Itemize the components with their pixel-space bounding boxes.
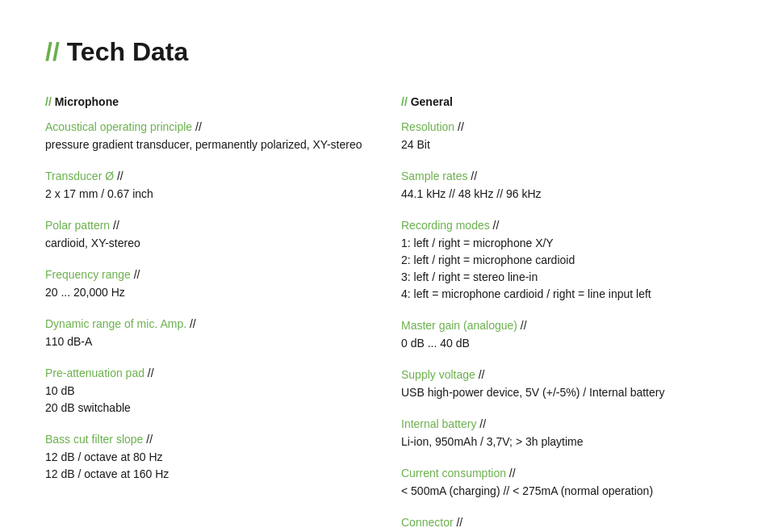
field-separator: // xyxy=(143,433,153,446)
field-separator: // xyxy=(131,268,140,281)
left-fields: Acoustical operating principle //pressur… xyxy=(45,119,369,483)
right-section-heading: // General xyxy=(401,94,725,111)
left-field-2: Polar pattern //cardioid, XY-stereo xyxy=(45,217,369,252)
left-field-5: Pre-attenuation pad //10 dB20 dB switcha… xyxy=(45,365,369,417)
field-value: 44.1 kHz // 48 kHz // 96 kHz xyxy=(401,186,725,203)
field-separator: // xyxy=(186,317,196,330)
field-separator: // xyxy=(114,170,123,182)
field-label: Frequency range xyxy=(45,268,131,281)
right-field-2: Recording modes //1: left / right = micr… xyxy=(401,217,725,303)
right-heading-slashes: // xyxy=(401,95,408,108)
field-value: 0 dB ... 40 dB xyxy=(401,335,725,352)
field-value: USB high-power device, 5V (+/-5%) / Inte… xyxy=(401,384,725,401)
left-column: // Microphone Acoustical operating princ… xyxy=(45,94,369,532)
field-label: Pre-attenuation pad xyxy=(45,367,144,379)
field-value: < 500mA (charging) // < 275mA (normal op… xyxy=(401,483,725,500)
page-title: // Tech Data xyxy=(45,32,725,71)
field-label: Supply voltage xyxy=(401,368,475,381)
field-value: 20 ... 20,000 Hz xyxy=(45,284,369,301)
field-separator: // xyxy=(476,417,486,430)
field-value: 110 dB-A xyxy=(45,333,369,350)
field-value: 24 Bit xyxy=(401,136,725,153)
field-separator: // xyxy=(110,219,119,232)
content-columns: // Microphone Acoustical operating princ… xyxy=(45,94,725,532)
field-value: 12 dB / octave at 80 Hz12 dB / octave at… xyxy=(45,449,369,483)
right-field-6: Current consumption //< 500mA (charging)… xyxy=(401,465,725,500)
right-fields: Resolution //24 BitSample rates //44.1 k… xyxy=(401,119,725,532)
field-label: Recording modes xyxy=(401,219,490,232)
field-label: Dynamic range of mic. Amp. xyxy=(45,317,186,330)
right-column: // General Resolution //24 BitSample rat… xyxy=(401,94,725,532)
field-separator: // xyxy=(454,516,463,529)
title-slashes: // xyxy=(45,37,60,66)
field-separator: // xyxy=(475,368,485,381)
field-label: Sample rates xyxy=(401,170,467,182)
left-field-1: Transducer Ø //2 x 17 mm / 0.67 inch xyxy=(45,168,369,203)
field-label: Resolution xyxy=(401,120,454,133)
right-field-0: Resolution //24 Bit xyxy=(401,119,725,153)
field-value: 2 x 17 mm / 0.67 inch xyxy=(45,186,369,203)
field-separator: // xyxy=(506,467,516,480)
field-label: Acoustical operating principle xyxy=(45,120,192,133)
field-value: 10 dB20 dB switchable xyxy=(45,383,369,417)
field-label: Connector xyxy=(401,516,454,529)
right-field-7: Connector //18-pin lockable hi-speed con… xyxy=(401,514,725,532)
left-field-6: Bass cut filter slope //12 dB / octave a… xyxy=(45,431,369,483)
left-section-heading: // Microphone xyxy=(45,94,369,111)
field-value: cardioid, XY-stereo xyxy=(45,235,369,252)
field-label: Bass cut filter slope xyxy=(45,433,143,446)
field-separator: // xyxy=(144,367,154,379)
field-label: Polar pattern xyxy=(45,219,110,232)
left-field-0: Acoustical operating principle //pressur… xyxy=(45,119,369,153)
field-separator: // xyxy=(467,170,477,182)
field-value: Li-ion, 950mAh / 3,7V; > 3h playtime xyxy=(401,434,725,450)
field-label: Transducer Ø xyxy=(45,170,114,182)
field-separator: // xyxy=(454,120,464,133)
field-separator: // xyxy=(517,319,527,332)
right-field-5: Internal battery //Li-ion, 950mAh / 3,7V… xyxy=(401,416,725,450)
left-field-4: Dynamic range of mic. Amp. //110 dB-A xyxy=(45,316,369,350)
field-label: Master gain (analogue) xyxy=(401,319,517,332)
right-field-1: Sample rates //44.1 kHz // 48 kHz // 96 … xyxy=(401,168,725,203)
field-label: Current consumption xyxy=(401,467,506,480)
left-field-3: Frequency range //20 ... 20,000 Hz xyxy=(45,266,369,301)
left-heading-slashes: // xyxy=(45,95,52,108)
field-separator: // xyxy=(192,120,202,133)
field-value: 1: left / right = microphone X/Y2: left … xyxy=(401,235,725,303)
right-field-4: Supply voltage //USB high-power device, … xyxy=(401,367,725,401)
field-separator: // xyxy=(490,219,500,232)
right-field-3: Master gain (analogue) //0 dB ... 40 dB xyxy=(401,317,725,352)
field-label: Internal battery xyxy=(401,417,476,430)
field-value: pressure gradient transducer, permanentl… xyxy=(45,136,369,153)
